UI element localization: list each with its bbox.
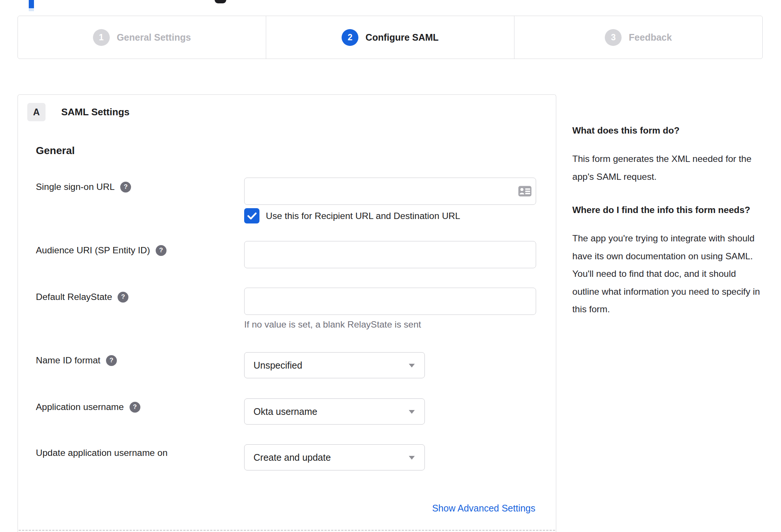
step-number-badge: 1 xyxy=(93,29,110,46)
step-label: General Settings xyxy=(117,32,191,43)
cropped-icon-fragment xyxy=(215,0,226,3)
step-general-settings[interactable]: 1 General Settings xyxy=(18,16,266,59)
chevron-down-icon xyxy=(409,456,415,460)
help-body-where: The app you're trying to integrate with … xyxy=(572,229,765,318)
help-heading-where: Where do I find the info this form needs… xyxy=(572,202,765,218)
recipient-url-checkbox[interactable] xyxy=(244,208,259,223)
step-configure-saml[interactable]: 2 Configure SAML xyxy=(266,16,514,59)
cropped-title-fragment xyxy=(29,0,34,8)
update-application-username-select[interactable]: Create and update xyxy=(244,444,425,470)
update-application-username-label: Update application username on xyxy=(36,447,168,459)
default-relaystate-input-wrap xyxy=(244,288,536,315)
section-title: SAML Settings xyxy=(61,106,130,118)
help-icon[interactable]: ? xyxy=(130,402,140,413)
selected-value: Unspecified xyxy=(253,360,302,371)
general-group-title: General xyxy=(36,145,75,157)
wizard-stepper: 1 General Settings 2 Configure SAML 3 Fe… xyxy=(18,16,763,59)
help-heading-what: What does this form do? xyxy=(572,122,765,139)
help-icon[interactable]: ? xyxy=(118,292,128,303)
help-body-what: This form generates the XML needed for t… xyxy=(572,150,765,185)
name-id-format-select[interactable]: Unspecified xyxy=(244,352,425,378)
selected-value: Create and update xyxy=(253,452,331,463)
help-icon[interactable]: ? xyxy=(106,355,117,366)
default-relaystate-input[interactable] xyxy=(244,288,536,315)
checkmark-icon xyxy=(247,212,257,220)
step-label: Configure SAML xyxy=(365,32,439,43)
chevron-down-icon xyxy=(409,410,415,414)
single-sign-on-url-input-wrap xyxy=(244,178,536,205)
chevron-down-icon xyxy=(409,364,415,367)
single-sign-on-url-input[interactable] xyxy=(244,178,536,205)
contact-card-icon[interactable] xyxy=(518,185,532,197)
section-divider xyxy=(19,530,555,531)
saml-settings-panel: A SAML Settings General Single sign-on U… xyxy=(18,94,556,532)
relaystate-helper-text: If no value is set, a blank RelayState i… xyxy=(244,319,421,330)
default-relaystate-label: Default RelayState ? xyxy=(36,291,128,303)
audience-uri-input[interactable] xyxy=(244,241,536,268)
cropped-title-fragment-tail xyxy=(29,8,34,11)
single-sign-on-url-label: Single sign-on URL ? xyxy=(36,181,131,193)
help-sidebar: What does this form do? This form genera… xyxy=(572,122,765,335)
section-a-badge: A xyxy=(27,103,46,121)
recipient-url-checkbox-label: Use this for Recipient URL and Destinati… xyxy=(266,210,460,222)
show-advanced-settings-link[interactable]: Show Advanced Settings xyxy=(432,503,535,514)
help-icon[interactable]: ? xyxy=(120,182,131,193)
name-id-format-label: Name ID format ? xyxy=(36,355,117,366)
step-feedback[interactable]: 3 Feedback xyxy=(514,16,762,59)
audience-uri-input-wrap xyxy=(244,241,536,268)
step-number-badge: 2 xyxy=(342,29,358,46)
application-username-label: Application username ? xyxy=(36,401,140,413)
audience-uri-label: Audience URI (SP Entity ID) ? xyxy=(36,245,167,256)
step-label: Feedback xyxy=(629,32,672,43)
step-number-badge: 3 xyxy=(605,29,622,46)
application-username-select[interactable]: Okta username xyxy=(244,398,425,425)
help-icon[interactable]: ? xyxy=(156,245,167,256)
selected-value: Okta username xyxy=(253,406,317,417)
